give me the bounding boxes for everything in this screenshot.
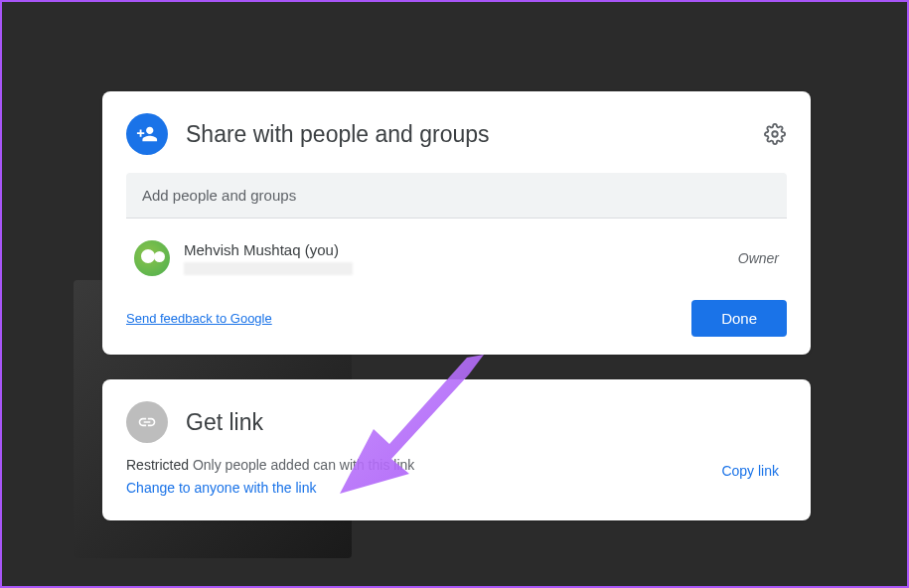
person-info: Mehvish Mushtaq (you) bbox=[184, 241, 724, 275]
settings-button[interactable] bbox=[763, 122, 787, 146]
link-header: Get link bbox=[126, 401, 787, 443]
person-email-redacted bbox=[184, 262, 353, 275]
restricted-desc: Only people added can with this link bbox=[193, 457, 414, 473]
link-info: Restricted Only people added can with th… bbox=[126, 457, 713, 497]
restriction-line: Restricted Only people added can with th… bbox=[126, 457, 713, 473]
share-footer: Send feedback to Google Done bbox=[126, 300, 787, 337]
add-people-input[interactable] bbox=[126, 173, 787, 219]
link-title: Get link bbox=[186, 409, 263, 436]
link-body: Restricted Only people added can with th… bbox=[126, 457, 787, 497]
restricted-label: Restricted bbox=[126, 457, 189, 473]
done-button[interactable]: Done bbox=[691, 300, 787, 337]
copy-link-button[interactable]: Copy link bbox=[713, 457, 787, 485]
change-access-link[interactable]: Change to anyone with the link bbox=[126, 480, 316, 496]
gear-icon bbox=[764, 123, 786, 145]
share-header: Share with people and groups bbox=[126, 113, 787, 155]
feedback-link[interactable]: Send feedback to Google bbox=[126, 311, 272, 326]
person-row: Mehvish Mushtaq (you) Owner bbox=[126, 236, 787, 280]
person-add-icon bbox=[126, 113, 168, 155]
person-role: Owner bbox=[738, 250, 779, 266]
link-icon bbox=[126, 401, 168, 443]
share-dialog: Share with people and groups Mehvish Mus… bbox=[102, 91, 811, 355]
avatar bbox=[134, 240, 170, 276]
person-name: Mehvish Mushtaq (you) bbox=[184, 241, 724, 258]
get-link-card: Get link Restricted Only people added ca… bbox=[102, 379, 811, 520]
svg-point-0 bbox=[772, 131, 778, 137]
share-title: Share with people and groups bbox=[186, 121, 745, 148]
